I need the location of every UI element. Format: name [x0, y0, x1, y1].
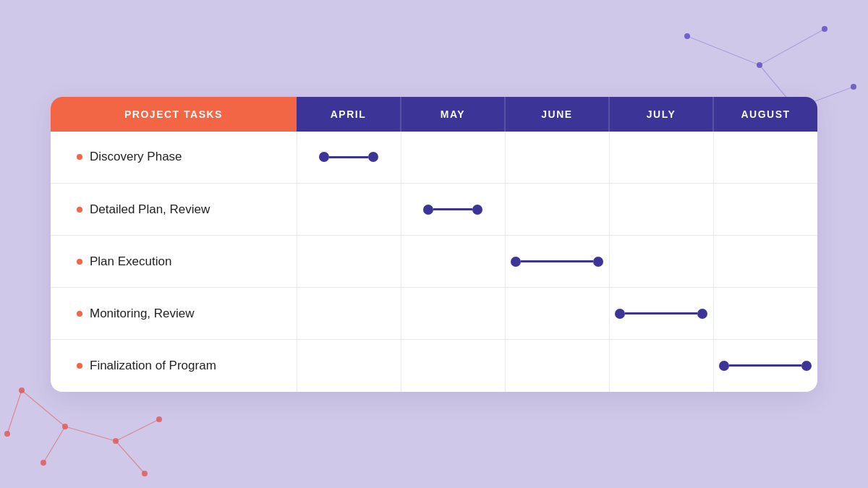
month-july-header: JULY — [609, 97, 713, 132]
table-row: Plan Execution — [51, 236, 817, 288]
bar-start-dot — [423, 205, 433, 215]
bar-end-dot — [593, 257, 603, 267]
bullet-icon — [77, 207, 82, 213]
bar-line — [625, 312, 697, 314]
svg-line-13 — [116, 419, 159, 441]
bar-start-dot — [511, 257, 521, 267]
july-cell-row1 — [609, 132, 713, 184]
project-tasks-header: PROJECT TASKS — [51, 97, 297, 132]
bar-line — [433, 208, 472, 210]
bar-end-dot — [368, 152, 378, 162]
june-cell-row5 — [505, 340, 609, 392]
svg-point-17 — [41, 460, 46, 466]
task-cell: Discovery Phase — [51, 132, 297, 184]
month-april-header: APRIL — [297, 97, 401, 132]
task-cell: Monitoring, Review — [51, 288, 297, 340]
gantt-table: PROJECT TASKS APRIL MAY JUNE JULY AUGUST… — [51, 97, 817, 392]
svg-point-15 — [19, 388, 25, 393]
gantt-chart-card: PROJECT TASKS APRIL MAY JUNE JULY AUGUST… — [51, 97, 817, 392]
june-cell-row2 — [505, 184, 609, 236]
july-cell-row2 — [609, 184, 713, 236]
bar-line — [521, 260, 593, 262]
bullet-icon — [77, 154, 82, 160]
bar-end-dot — [801, 361, 812, 371]
june-cell-row4 — [505, 288, 609, 340]
may-cell-row4 — [401, 288, 505, 340]
month-may-header: MAY — [401, 97, 505, 132]
august-cell-row3 — [713, 236, 817, 288]
svg-point-16 — [62, 424, 68, 429]
july-cell-row5 — [609, 340, 713, 392]
task-cell: Finalization of Program — [51, 340, 297, 392]
table-row: Discovery Phase — [51, 132, 817, 184]
bar-start-dot — [319, 152, 329, 162]
svg-line-1 — [760, 29, 825, 65]
svg-point-8 — [851, 84, 856, 90]
svg-line-9 — [22, 390, 65, 427]
bar-line — [729, 364, 801, 367]
table-row: Finalization of Program — [51, 340, 817, 392]
april-cell-row5 — [297, 340, 401, 392]
svg-line-10 — [43, 427, 65, 463]
svg-point-6 — [822, 26, 827, 32]
table-row: Detailed Plan, Review — [51, 184, 817, 236]
month-august-header: AUGUST — [713, 97, 817, 132]
svg-point-21 — [4, 431, 10, 437]
april-cell-row3 — [297, 236, 401, 288]
bar-end-dot — [697, 309, 707, 319]
july-cell-row4 — [609, 288, 713, 340]
april-cell-row1 — [297, 132, 401, 184]
svg-line-0 — [687, 36, 760, 65]
bar-start-dot — [615, 309, 625, 319]
may-cell-row2 — [401, 184, 505, 236]
bullet-icon — [77, 311, 82, 317]
august-cell-row5 — [713, 340, 817, 392]
svg-point-5 — [757, 62, 762, 68]
bar-start-dot — [719, 361, 729, 371]
svg-line-11 — [65, 427, 116, 441]
svg-point-18 — [113, 438, 119, 444]
april-cell-row2 — [297, 184, 401, 236]
july-cell-row3 — [609, 236, 713, 288]
task-label-text: Discovery Phase — [90, 150, 182, 164]
june-cell-row1 — [505, 132, 609, 184]
bullet-icon — [77, 259, 82, 265]
august-cell-row2 — [713, 184, 817, 236]
bar-end-dot — [472, 205, 482, 215]
bar-line — [329, 156, 368, 158]
svg-point-19 — [142, 471, 148, 476]
svg-line-12 — [116, 441, 145, 474]
task-cell: Plan Execution — [51, 236, 297, 288]
august-cell-row1 — [713, 132, 817, 184]
svg-point-20 — [156, 416, 162, 422]
task-label-text: Finalization of Program — [90, 359, 216, 373]
task-label-text: Monitoring, Review — [90, 307, 195, 321]
june-cell-row3 — [505, 236, 609, 288]
august-cell-row4 — [713, 288, 817, 340]
month-june-header: JUNE — [505, 97, 609, 132]
table-row: Monitoring, Review — [51, 288, 817, 340]
april-cell-row4 — [297, 288, 401, 340]
may-cell-row1 — [401, 132, 505, 184]
task-cell: Detailed Plan, Review — [51, 184, 297, 236]
task-label-text: Detailed Plan, Review — [90, 202, 210, 217]
task-label-text: Plan Execution — [90, 254, 171, 269]
svg-point-4 — [684, 33, 690, 39]
may-cell-row3 — [401, 236, 505, 288]
may-cell-row5 — [401, 340, 505, 392]
bullet-icon — [77, 363, 82, 369]
svg-line-14 — [7, 390, 22, 434]
